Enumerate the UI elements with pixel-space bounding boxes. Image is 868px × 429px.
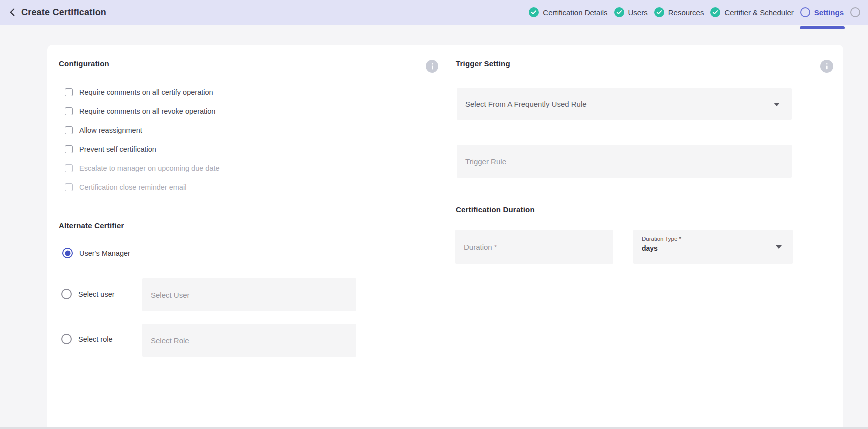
- info-icon[interactable]: [426, 60, 438, 73]
- checkbox[interactable]: [65, 88, 73, 96]
- checkbox-row-require-certify-comments[interactable]: Require comments on all certify operatio…: [65, 88, 220, 96]
- step-label: Users: [628, 8, 648, 17]
- chevron-down-icon: [776, 246, 782, 249]
- checkbox-label: Certification close reminder email: [79, 184, 186, 192]
- checkbox-row-allow-reassignment[interactable]: Allow reassignment: [65, 126, 220, 134]
- step-certifier-scheduler[interactable]: Certifier & Scheduler: [710, 8, 793, 18]
- radio-label: Select user: [78, 290, 115, 298]
- check-circle-icon: [529, 8, 539, 18]
- info-icon[interactable]: [820, 60, 833, 73]
- checkbox-row-escalate-to-manager: Escalate to manager on upcoming due date: [65, 164, 220, 172]
- checkbox-label: Require comments on all revoke operation: [79, 108, 215, 116]
- radio-selected[interactable]: [62, 248, 73, 258]
- check-circle-icon: [614, 8, 624, 18]
- trigger-setting-title: Trigger Setting: [456, 59, 510, 69]
- step-users[interactable]: Users: [614, 8, 648, 18]
- step-label: Certification Details: [543, 8, 607, 17]
- select-role-input[interactable]: [142, 324, 356, 357]
- alternate-certifier-title: Alternate Certifier: [59, 221, 124, 231]
- duration-type-dropdown[interactable]: Duration Type * days: [633, 230, 793, 264]
- create-certification-page: Create Certification Certification Detai…: [0, 0, 868, 429]
- step-label: Settings: [814, 8, 844, 17]
- check-circle-icon: [654, 8, 664, 18]
- duration-input[interactable]: [455, 230, 613, 264]
- step-label: Certifier & Scheduler: [724, 8, 793, 17]
- step-resources[interactable]: Resources: [654, 8, 704, 18]
- circle-outline-icon: [800, 8, 810, 18]
- back-button[interactable]: [9, 8, 16, 17]
- checkbox: [65, 184, 73, 192]
- radio-row-select-role[interactable]: Select role: [61, 334, 113, 344]
- info-icon-glyph: [426, 60, 438, 73]
- radio-row-users-manager[interactable]: User's Manager: [62, 248, 130, 258]
- checkbox[interactable]: [65, 146, 73, 154]
- checkbox-row-prevent-self-certification[interactable]: Prevent self certification: [65, 145, 220, 154]
- trigger-rule-input[interactable]: [457, 145, 792, 178]
- radio-row-select-user[interactable]: Select user: [61, 289, 115, 300]
- configuration-title: Configuration: [59, 59, 109, 69]
- checkbox[interactable]: [65, 108, 73, 116]
- step-upcoming[interactable]: [850, 8, 860, 18]
- info-icon-glyph: [820, 60, 833, 73]
- step-label: Resources: [668, 8, 704, 17]
- radio[interactable]: [61, 289, 72, 300]
- duration-type-label: Duration Type *: [642, 236, 784, 242]
- settings-card: Configuration Require comments on all ce…: [47, 45, 843, 429]
- radio[interactable]: [61, 334, 72, 344]
- step-certification-details[interactable]: Certification Details: [529, 8, 607, 18]
- wizard-stepper: Certification Details Users Resources Ce…: [529, 8, 860, 18]
- checkbox-label: Allow reassignment: [79, 126, 142, 134]
- step-settings[interactable]: Settings: [800, 8, 844, 18]
- chevron-down-icon: [774, 103, 780, 106]
- configuration-checkbox-list: Require comments on all certify operatio…: [65, 88, 220, 192]
- duration-type-value: days: [642, 244, 784, 252]
- radio-label: User's Manager: [79, 250, 130, 258]
- header-bar: Create Certification Certification Detai…: [0, 0, 868, 25]
- frequently-used-rule-dropdown[interactable]: Select From A Frequently Used Rule: [457, 88, 792, 120]
- checkbox[interactable]: [65, 126, 73, 134]
- checkbox-row-close-reminder-email: Certification close reminder email: [65, 183, 220, 192]
- page-title: Create Certification: [21, 8, 106, 18]
- checkbox-label: Require comments on all certify operatio…: [79, 88, 213, 96]
- checkbox-label: Prevent self certification: [79, 146, 156, 154]
- circle-outline-icon: [850, 8, 860, 18]
- check-circle-icon: [710, 8, 720, 18]
- checkbox-row-require-revoke-comments[interactable]: Require comments on all revoke operation: [65, 107, 220, 116]
- dropdown-text: Select From A Frequently Used Rule: [465, 100, 587, 108]
- select-user-input[interactable]: [142, 278, 356, 312]
- header-left: Create Certification: [9, 8, 106, 18]
- certification-duration-title: Certification Duration: [456, 205, 535, 215]
- checkbox: [65, 164, 73, 172]
- checkbox-label: Escalate to manager on upcoming due date: [79, 164, 220, 172]
- chevron-left-icon: [9, 8, 16, 17]
- radio-label: Select role: [78, 336, 113, 344]
